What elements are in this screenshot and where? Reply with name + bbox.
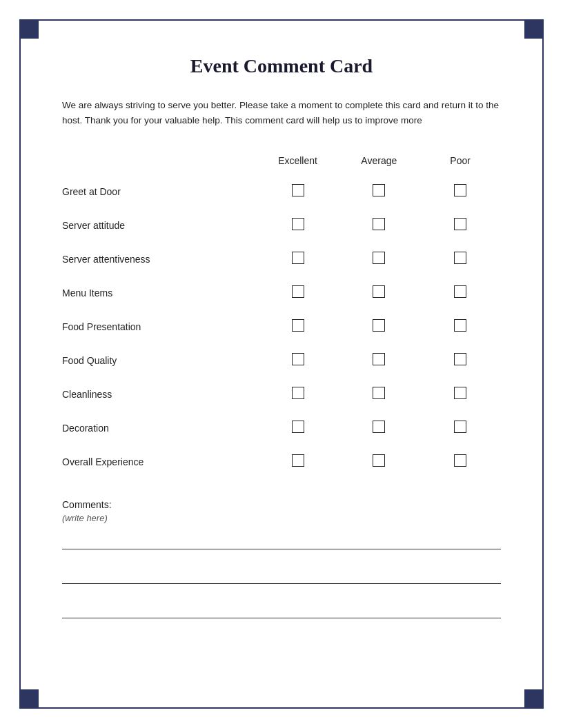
- checkbox-excellent: [257, 343, 339, 377]
- checkbox-excellent: [257, 208, 339, 242]
- checkbox-average: [338, 343, 419, 377]
- comment-line-1[interactable]: [62, 529, 501, 549]
- checkbox-excellent-input[interactable]: [292, 353, 304, 365]
- checkbox-average-input[interactable]: [373, 387, 385, 399]
- checkbox-excellent-input[interactable]: [292, 319, 304, 332]
- checkbox-excellent: [257, 377, 339, 411]
- checkbox-excellent-input[interactable]: [292, 184, 304, 196]
- checkbox-average: [338, 310, 419, 343]
- table-row: Menu Items: [62, 276, 501, 310]
- checkbox-average: [338, 174, 419, 208]
- checkbox-excellent-input[interactable]: [292, 218, 304, 230]
- checkbox-excellent: [257, 445, 339, 478]
- table-row: Cleanliness: [62, 377, 501, 411]
- corner-tl: [19, 19, 39, 39]
- corner-tr: [524, 19, 544, 39]
- checkbox-average: [338, 445, 419, 478]
- comments-section: Comments: (write here): [62, 499, 501, 618]
- checkbox-poor: [419, 208, 501, 242]
- table-row: Server attitude: [62, 208, 501, 242]
- table-row: Food Quality: [62, 343, 501, 377]
- checkbox-poor: [419, 411, 501, 445]
- checkbox-poor: [419, 377, 501, 411]
- checkbox-average-input[interactable]: [373, 184, 385, 196]
- checkbox-average-input[interactable]: [373, 454, 385, 467]
- checkbox-poor: [419, 445, 501, 478]
- table-row: Decoration: [62, 411, 501, 445]
- row-label: Food Presentation: [62, 310, 257, 343]
- row-label: Menu Items: [62, 276, 257, 310]
- row-label: Server attitude: [62, 208, 257, 242]
- checkbox-excellent: [257, 242, 339, 276]
- checkbox-excellent: [257, 310, 339, 343]
- checkbox-poor: [419, 174, 501, 208]
- checkbox-excellent-input[interactable]: [292, 252, 304, 264]
- checkbox-poor: [419, 343, 501, 377]
- table-row: Server attentiveness: [62, 242, 501, 276]
- checkbox-average-input[interactable]: [373, 218, 385, 230]
- comment-card: Event Comment Card We are always strivin…: [19, 19, 544, 709]
- col-header-excellent: Excellent: [257, 155, 339, 174]
- checkbox-excellent-input[interactable]: [292, 387, 304, 399]
- row-label: Food Quality: [62, 343, 257, 377]
- corner-br: [524, 689, 544, 709]
- table-row: Food Presentation: [62, 310, 501, 343]
- row-label: Greet at Door: [62, 174, 257, 208]
- checkbox-poor-input[interactable]: [454, 454, 466, 467]
- rating-table: Excellent Average Poor Greet at DoorServ…: [62, 155, 501, 478]
- checkbox-poor-input[interactable]: [454, 218, 466, 230]
- comment-line-2[interactable]: [62, 563, 501, 584]
- row-label: Overall Experience: [62, 445, 257, 478]
- checkbox-poor-input[interactable]: [454, 285, 466, 298]
- col-header-category: [62, 155, 257, 174]
- checkbox-excellent: [257, 411, 339, 445]
- checkbox-poor-input[interactable]: [454, 387, 466, 399]
- checkbox-poor-input[interactable]: [454, 184, 466, 196]
- checkbox-poor: [419, 242, 501, 276]
- comment-line-3[interactable]: [62, 598, 501, 618]
- table-row: Overall Experience: [62, 445, 501, 478]
- checkbox-excellent-input[interactable]: [292, 421, 304, 433]
- intro-paragraph: We are always striving to serve you bett…: [62, 98, 501, 128]
- checkbox-average-input[interactable]: [373, 285, 385, 298]
- checkbox-average: [338, 242, 419, 276]
- checkbox-excellent: [257, 276, 339, 310]
- page-title: Event Comment Card: [62, 55, 501, 77]
- checkbox-average: [338, 377, 419, 411]
- col-header-average: Average: [338, 155, 419, 174]
- row-label: Cleanliness: [62, 377, 257, 411]
- checkbox-poor: [419, 310, 501, 343]
- checkbox-poor-input[interactable]: [454, 252, 466, 264]
- comments-label: Comments:: [62, 499, 501, 510]
- row-label: Decoration: [62, 411, 257, 445]
- checkbox-poor-input[interactable]: [454, 353, 466, 365]
- checkbox-poor: [419, 276, 501, 310]
- checkbox-average: [338, 411, 419, 445]
- col-header-poor: Poor: [419, 155, 501, 174]
- checkbox-excellent-input[interactable]: [292, 285, 304, 298]
- checkbox-average-input[interactable]: [373, 252, 385, 264]
- corner-bl: [19, 689, 39, 709]
- checkbox-excellent-input[interactable]: [292, 454, 304, 467]
- checkbox-average-input[interactable]: [373, 319, 385, 332]
- checkbox-average-input[interactable]: [373, 353, 385, 365]
- checkbox-average-input[interactable]: [373, 421, 385, 433]
- table-row: Greet at Door: [62, 174, 501, 208]
- row-label: Server attentiveness: [62, 242, 257, 276]
- checkbox-poor-input[interactable]: [454, 319, 466, 332]
- comments-placeholder: (write here): [62, 513, 501, 523]
- checkbox-excellent: [257, 174, 339, 208]
- checkbox-average: [338, 276, 419, 310]
- checkbox-poor-input[interactable]: [454, 421, 466, 433]
- checkbox-average: [338, 208, 419, 242]
